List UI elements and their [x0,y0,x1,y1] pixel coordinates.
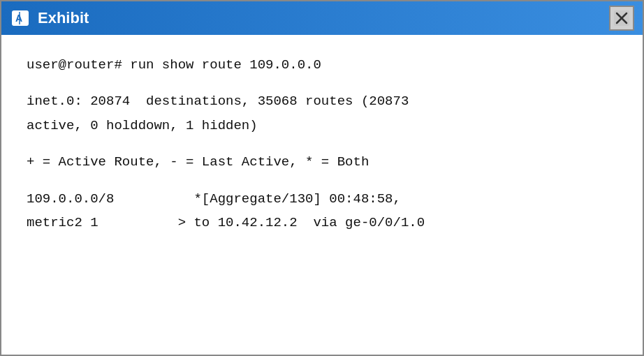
inet-line-1: inet.0: 20874 destinations, 35068 routes… [27,91,617,112]
command-line: user@router# run show route 109.0.0.0 [27,54,617,75]
route-line-2: metric2 1 > to 10.42.12.2 via ge-0/0/1.0 [27,212,617,233]
close-button[interactable] [609,6,634,31]
title-bar: A Exhibit [1,1,643,35]
window-title: Exhibit [38,9,89,27]
title-bar-left: A Exhibit [10,8,89,29]
exhibit-window: A Exhibit user@router# run show route 10… [0,0,644,356]
inet-line-2: active, 0 holddown, 1 hidden) [27,115,617,136]
svg-text:A: A [15,13,22,24]
route-line-1: 109.0.0.0/8 *[Aggregate/130] 00:48:58, [27,188,617,209]
terminal-content: user@router# run show route 109.0.0.0 in… [1,35,643,355]
exhibit-icon: A [10,8,31,29]
legend-line: + = Active Route, - = Last Active, * = B… [27,151,617,172]
